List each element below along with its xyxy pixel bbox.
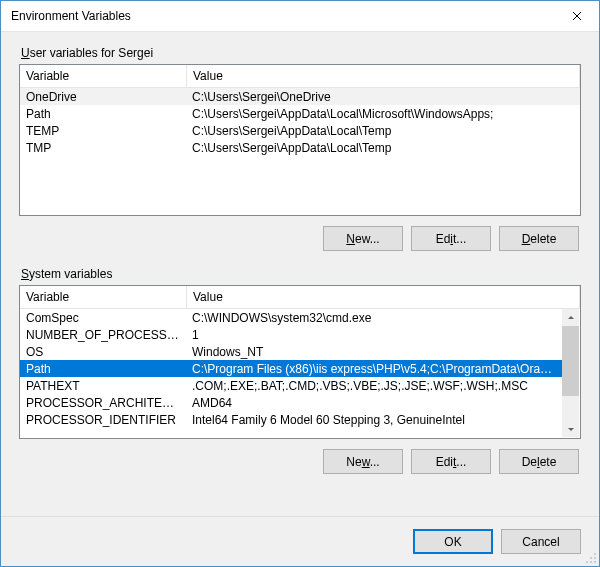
ok-button[interactable]: OK — [413, 529, 493, 554]
environment-variables-dialog: Environment Variables User variables for… — [0, 0, 600, 567]
variable-cell: PROCESSOR_ARCHITECTURE — [20, 396, 186, 410]
cancel-button[interactable]: Cancel — [501, 529, 581, 554]
user-buttons: New... Edit... Delete — [19, 216, 581, 267]
value-cell: C:\Program Files (x86)\iis express\PHP\v… — [186, 362, 563, 376]
dialog-footer: OK Cancel — [1, 516, 599, 566]
value-cell: AMD64 — [186, 396, 563, 410]
dialog-content: User variables for Sergei Variable Value… — [1, 32, 599, 516]
resize-grip-icon — [585, 552, 597, 564]
column-header-variable[interactable]: Variable — [20, 65, 187, 87]
system-list-header: Variable Value — [20, 286, 580, 309]
system-variables-list[interactable]: Variable Value ComSpecC:\WINDOWS\system3… — [19, 285, 581, 439]
variable-cell: PATHEXT — [20, 379, 186, 393]
user-delete-button[interactable]: Delete — [499, 226, 579, 251]
svg-point-4 — [590, 561, 592, 563]
table-row[interactable]: OneDriveC:\Users\Sergei\OneDrive — [20, 88, 580, 105]
value-cell: C:\Users\Sergei\AppData\Local\Microsoft\… — [186, 107, 580, 121]
variable-cell: Path — [20, 362, 186, 376]
variable-cell: TEMP — [20, 124, 186, 138]
value-cell: C:\WINDOWS\system32\cmd.exe — [186, 311, 563, 325]
svg-point-5 — [594, 561, 596, 563]
variable-cell: OneDrive — [20, 90, 186, 104]
resize-grip[interactable] — [585, 552, 597, 564]
user-variables-list[interactable]: Variable Value OneDriveC:\Users\Sergei\O… — [19, 64, 581, 216]
close-icon — [572, 11, 582, 21]
variable-cell: NUMBER_OF_PROCESSORS — [20, 328, 186, 342]
chevron-down-icon — [567, 425, 575, 433]
column-header-value[interactable]: Value — [187, 286, 580, 308]
value-cell: .COM;.EXE;.BAT;.CMD;.VBS;.VBE;.JS;.JSE;.… — [186, 379, 563, 393]
system-edit-button[interactable]: Edit... — [411, 449, 491, 474]
table-row[interactable]: TEMPC:\Users\Sergei\AppData\Local\Temp — [20, 122, 580, 139]
scroll-up-button[interactable] — [562, 309, 579, 326]
table-row[interactable]: OSWindows_NT — [20, 343, 563, 360]
value-cell: 1 — [186, 328, 563, 342]
scroll-thumb[interactable] — [562, 326, 579, 396]
value-cell: Windows_NT — [186, 345, 563, 359]
variable-cell: OS — [20, 345, 186, 359]
value-cell: C:\Users\Sergei\OneDrive — [186, 90, 580, 104]
column-header-value[interactable]: Value — [187, 65, 580, 87]
table-row[interactable]: ComSpecC:\WINDOWS\system32\cmd.exe — [20, 309, 563, 326]
table-row[interactable]: PROCESSOR_IDENTIFIERIntel64 Family 6 Mod… — [20, 411, 563, 428]
system-buttons: New... Edit... Delete — [19, 439, 581, 490]
svg-point-3 — [586, 561, 588, 563]
variable-cell: ComSpec — [20, 311, 186, 325]
variable-cell: Path — [20, 107, 186, 121]
table-row[interactable]: TMPC:\Users\Sergei\AppData\Local\Temp — [20, 139, 580, 156]
chevron-up-icon — [567, 314, 575, 322]
table-row[interactable]: PathC:\Program Files (x86)\iis express\P… — [20, 360, 563, 377]
value-cell: C:\Users\Sergei\AppData\Local\Temp — [186, 124, 580, 138]
system-scrollbar[interactable] — [562, 309, 579, 437]
table-row[interactable]: PathC:\Users\Sergei\AppData\Local\Micros… — [20, 105, 580, 122]
system-variables-label: System variables — [21, 267, 581, 281]
variable-cell: TMP — [20, 141, 186, 155]
window-title: Environment Variables — [11, 9, 554, 23]
variable-cell: PROCESSOR_IDENTIFIER — [20, 413, 186, 427]
table-row[interactable]: NUMBER_OF_PROCESSORS1 — [20, 326, 563, 343]
user-list-header: Variable Value — [20, 65, 580, 88]
value-cell: Intel64 Family 6 Model 60 Stepping 3, Ge… — [186, 413, 563, 427]
svg-point-1 — [590, 557, 592, 559]
table-row[interactable]: PROCESSOR_ARCHITECTUREAMD64 — [20, 394, 563, 411]
system-delete-button[interactable]: Delete — [499, 449, 579, 474]
close-button[interactable] — [554, 1, 599, 31]
user-variables-label: User variables for Sergei — [21, 46, 581, 60]
table-row[interactable]: PATHEXT.COM;.EXE;.BAT;.CMD;.VBS;.VBE;.JS… — [20, 377, 563, 394]
user-new-button[interactable]: New... — [323, 226, 403, 251]
system-new-button[interactable]: New... — [323, 449, 403, 474]
value-cell: C:\Users\Sergei\AppData\Local\Temp — [186, 141, 580, 155]
scroll-track[interactable] — [562, 326, 579, 420]
svg-point-0 — [594, 553, 596, 555]
titlebar: Environment Variables — [1, 1, 599, 32]
user-edit-button[interactable]: Edit... — [411, 226, 491, 251]
scroll-down-button[interactable] — [562, 420, 579, 437]
svg-point-2 — [594, 557, 596, 559]
column-header-variable[interactable]: Variable — [20, 286, 187, 308]
